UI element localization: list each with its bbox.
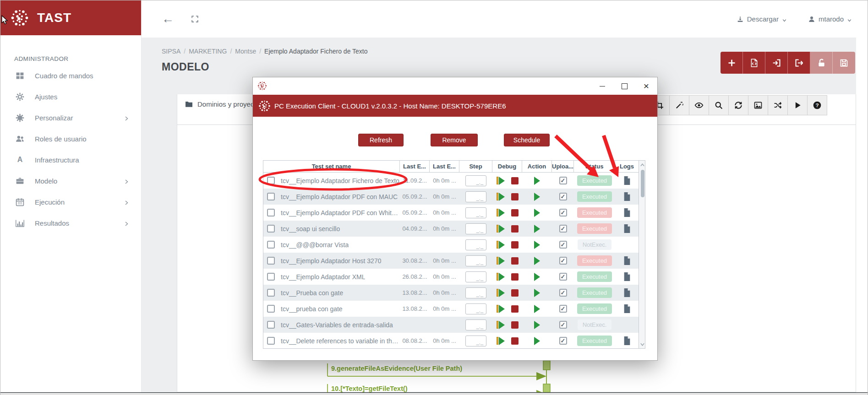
minimize-button[interactable] [591, 77, 613, 95]
run-icon[interactable] [534, 289, 540, 297]
scroll-up-icon[interactable] [639, 162, 646, 168]
scrollbar-thumb[interactable] [641, 170, 644, 197]
fullscreen-icon[interactable] [191, 15, 199, 23]
app-logo[interactable]: TAST [0, 0, 141, 35]
row-checkbox[interactable] [267, 209, 275, 216]
debug-stop-icon[interactable] [511, 337, 519, 345]
logs-file-icon[interactable] [623, 304, 631, 313]
row-checkbox[interactable] [267, 273, 275, 281]
refresh-button[interactable] [728, 95, 748, 115]
row-checkbox[interactable] [267, 289, 275, 297]
run-icon[interactable] [534, 225, 540, 233]
maximize-button[interactable] [613, 77, 635, 95]
debug-step-icon[interactable] [497, 193, 505, 201]
step-input[interactable]: _._ [465, 175, 486, 186]
upload-checkbox[interactable]: ✓ [559, 305, 567, 313]
step-input[interactable]: _._ [465, 223, 486, 234]
image-button[interactable] [748, 95, 768, 115]
eye-button[interactable] [689, 95, 709, 115]
sidebar-item-personalizar[interactable]: Personalizar [0, 107, 141, 128]
debug-step-icon[interactable] [497, 321, 505, 329]
logs-file-icon[interactable] [623, 336, 631, 345]
sign-out-button[interactable] [788, 52, 810, 74]
upload-checkbox[interactable]: ✓ [559, 209, 567, 216]
column-header[interactable]: Last E... [400, 161, 430, 172]
file-code-button[interactable] [743, 52, 765, 74]
remove-button[interactable]: Remove [431, 134, 478, 146]
upload-checkbox[interactable]: ✓ [559, 257, 567, 265]
sidebar-item-roles-de-usuario[interactable]: Roles de usuario [0, 128, 141, 149]
column-header[interactable]: Debug [492, 161, 522, 172]
sidebar-item-infraestructura[interactable]: AInfraestructura [0, 149, 141, 170]
sign-in-button[interactable] [765, 52, 788, 74]
breadcrumb-link[interactable]: Montse [235, 48, 256, 55]
row-checkbox[interactable] [267, 225, 275, 233]
row-checkbox[interactable] [267, 321, 275, 329]
step-input[interactable]: _._ [465, 207, 486, 218]
debug-stop-icon[interactable] [511, 321, 519, 329]
step-input[interactable]: _._ [465, 271, 486, 282]
run-icon[interactable] [534, 241, 540, 249]
debug-stop-icon[interactable] [511, 209, 519, 216]
sidebar-item-modelo[interactable]: Modelo [0, 170, 141, 191]
step-input[interactable]: _._ [465, 287, 486, 298]
run-icon[interactable] [534, 209, 540, 217]
shuffle-button[interactable] [768, 95, 788, 115]
debug-step-icon[interactable] [497, 209, 505, 217]
sidebar-item-ejecucion[interactable]: Ejecución [0, 191, 141, 212]
upload-checkbox[interactable]: ✓ [559, 289, 567, 297]
step-input[interactable]: _._ [465, 335, 486, 346]
debug-step-icon[interactable] [497, 305, 505, 313]
upload-checkbox[interactable]: ✓ [559, 193, 567, 200]
upload-checkbox[interactable]: ✓ [559, 225, 567, 233]
run-icon[interactable] [534, 337, 540, 345]
download-menu[interactable]: Descargar [737, 15, 787, 23]
upload-checkbox[interactable]: ✓ [559, 337, 567, 345]
back-arrow-icon[interactable]: ← [162, 13, 174, 25]
schedule-button[interactable]: Schedule [504, 134, 550, 146]
upload-checkbox[interactable]: ✓ [559, 321, 567, 329]
debug-step-icon[interactable] [497, 225, 505, 233]
plus-button[interactable] [721, 52, 743, 74]
step-input[interactable]: _._ [465, 319, 486, 330]
run-icon[interactable] [534, 257, 540, 265]
debug-step-icon[interactable] [497, 177, 505, 185]
run-icon[interactable] [534, 193, 540, 201]
debug-stop-icon[interactable] [511, 289, 519, 297]
debug-stop-icon[interactable] [511, 257, 519, 265]
logs-file-icon[interactable] [623, 176, 631, 185]
upload-checkbox[interactable]: ✓ [559, 177, 567, 184]
run-icon[interactable] [534, 177, 540, 185]
debug-step-icon[interactable] [497, 273, 505, 281]
column-header[interactable]: Step [459, 161, 492, 172]
breadcrumb-link[interactable]: SIPSA [162, 48, 180, 55]
column-header[interactable]: Action [522, 161, 552, 172]
row-checkbox[interactable] [267, 305, 275, 313]
search-button[interactable] [709, 95, 729, 115]
run-icon[interactable] [534, 305, 540, 313]
sidebar-item-ajustes[interactable]: Ajustes [0, 86, 141, 107]
row-checkbox[interactable] [267, 241, 275, 249]
row-checkbox[interactable] [267, 177, 275, 184]
logs-file-icon[interactable] [623, 288, 631, 297]
logs-file-icon[interactable] [623, 272, 631, 281]
column-header[interactable]: Status [574, 161, 615, 172]
upload-checkbox[interactable]: ✓ [559, 273, 567, 281]
step-input[interactable]: _._ [465, 303, 486, 314]
debug-step-icon[interactable] [497, 257, 505, 265]
run-icon[interactable] [534, 321, 540, 329]
column-header[interactable]: Last E... [430, 161, 459, 172]
step-input[interactable]: _._ [465, 191, 486, 202]
close-button[interactable]: × [635, 77, 657, 95]
column-header[interactable]: Test set name [263, 161, 400, 172]
play-button[interactable] [787, 95, 808, 115]
row-checkbox[interactable] [267, 337, 275, 345]
debug-step-icon[interactable] [497, 289, 505, 297]
debug-stop-icon[interactable] [511, 273, 519, 281]
window-titlebar[interactable]: × [253, 77, 657, 95]
run-icon[interactable] [534, 273, 540, 281]
debug-stop-icon[interactable] [511, 305, 519, 313]
row-checkbox[interactable] [267, 257, 275, 265]
help-button[interactable]: ? [807, 95, 827, 115]
debug-step-icon[interactable] [497, 337, 505, 345]
